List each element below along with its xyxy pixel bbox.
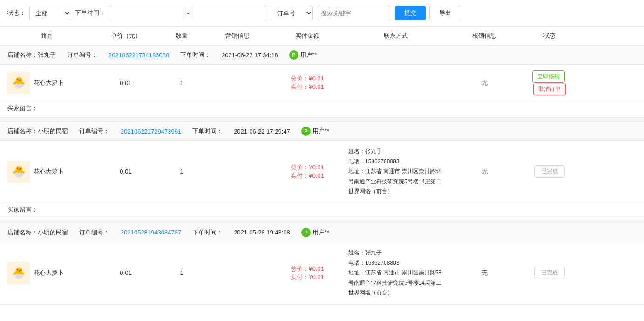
actual-label-2: 实付：¥0.01 [270, 172, 345, 180]
order-block-2: 店铺名称：小明的民宿 订单编号：202106221729473991 下单时间：… [0, 121, 644, 219]
date-start-input[interactable] [109, 6, 183, 20]
price-3: 0.01 [93, 269, 158, 276]
product-cell-2: 🐣 花心大萝卜 [0, 160, 93, 183]
col-contact: 联系方式 [345, 32, 447, 40]
actual-label-1: 实付：¥0.01 [270, 83, 345, 91]
status-select[interactable]: 全部 待付款 待发货 已发货 已完成 已取消 [29, 6, 71, 20]
contact-3: 姓名：张丸子 电话：15862708803 地址：江苏省 南通市 崇川区崇川路5… [345, 248, 447, 298]
contact-name-3: 姓名：张丸子 [348, 248, 443, 258]
order-info-row-3: 店铺名称：小明的民宿 订单编号：202105281943084787 下单时间：… [0, 223, 644, 242]
user-tag-3: P 用户** [301, 228, 329, 237]
product-cell-3: 🐣 花心大萝卜 [0, 262, 93, 284]
completed-button-2: 已完成 [534, 165, 565, 178]
order-time-label: 下单时间： [75, 9, 105, 17]
user-icon-1: P [289, 50, 298, 60]
amount-1: 总价：¥0.01 实付：¥0.01 [270, 74, 345, 91]
status-2: 已完成 [522, 165, 577, 178]
verify-1: 无 [447, 79, 522, 87]
order-time-3: 2021-05-28 19:43:08 [234, 229, 290, 236]
keyword-input[interactable] [317, 6, 391, 20]
qty-3: 1 [158, 269, 205, 276]
store-name-2: 店铺名称：小明的民宿 [7, 127, 68, 135]
buyer-remark-1: 买家留言： [0, 101, 644, 117]
order-time-label-3: 下单时间： [192, 228, 223, 237]
status-3: 已完成 [522, 267, 577, 279]
col-status: 状态 [522, 32, 577, 40]
table-header: 商品 单价（元） 数量 营销信息 实付金额 联系方式 核销信息 状态 [0, 27, 644, 45]
status-label: 状态： [7, 9, 26, 17]
user-icon-3: P [301, 228, 311, 237]
order-block-1: 店铺名称：张丸子 订单编号：202106221734186088 下单时间：20… [0, 45, 644, 118]
product-name-2: 花心大萝卜 [34, 167, 64, 176]
order-info-row-1: 店铺名称：张丸子 订单编号：202106221734186088 下单时间：20… [0, 45, 644, 65]
contact-phone-3: 电话：15862708803 [348, 258, 443, 268]
date-end-input[interactable] [193, 6, 267, 20]
user-name-2: 用户** [312, 127, 329, 135]
order-id-1[interactable]: 202106221734186088 [108, 52, 169, 59]
user-name-1: 用户** [300, 51, 317, 59]
verify-button-1[interactable]: 立即核销 [532, 70, 565, 83]
product-avatar-2: 🐣 [7, 160, 30, 183]
total-label-2: 总价：¥0.01 [270, 163, 345, 172]
order-block-3: 店铺名称：小明的民宿 订单编号：202105281943084787 下单时间：… [0, 223, 644, 305]
export-button[interactable]: 导出 [429, 6, 461, 20]
buyer-remark-2: 买家留言： [0, 203, 644, 219]
spacer-1 [0, 118, 644, 121]
toolbar: 状态： 全部 待付款 待发货 已发货 已完成 已取消 下单时间： - 订单号 商… [0, 0, 644, 27]
store-name-3: 店铺名称：小明的民宿 [7, 228, 68, 237]
store-name-1: 店铺名称：张丸子 [7, 51, 56, 59]
order-id-label-1: 订单编号： [67, 51, 97, 59]
price-1: 0.01 [93, 80, 158, 87]
contact-address-3: 地址：江苏省 南通市 崇川区崇川路58号南通产业科技研究院5号楼14层第二世界网… [348, 268, 443, 298]
col-verify: 核销信息 [447, 32, 522, 40]
amount-2: 总价：¥0.01 实付：¥0.01 [270, 163, 345, 180]
order-id-label-2: 订单编号： [79, 127, 109, 135]
user-tag-1: P 用户** [289, 50, 317, 60]
col-actual-amount: 实付金额 [270, 32, 345, 40]
order-item-row-3: 🐣 花心大萝卜 0.01 1 总价：¥0.01 实付：¥0.01 姓名：张丸子 … [0, 242, 644, 304]
order-id-3[interactable]: 202105281943084787 [121, 229, 181, 236]
order-info-row-2: 店铺名称：小明的民宿 订单编号：202106221729473991 下单时间：… [0, 121, 644, 141]
col-marketing: 营销信息 [205, 32, 270, 40]
product-cell-1: 🐣 花心大萝卜 [0, 72, 93, 94]
user-tag-2: P 用户** [301, 127, 329, 136]
user-name-3: 用户** [312, 228, 329, 237]
total-label-3: 总价：¥0.01 [270, 265, 345, 273]
verify-2: 无 [447, 167, 522, 176]
date-dash: - [187, 10, 189, 17]
verify-3: 无 [447, 269, 522, 277]
status-1: 立即核销 取消订单 [522, 70, 577, 95]
spacer-2 [0, 219, 644, 223]
qty-2: 1 [158, 168, 205, 175]
col-product: 商品 [0, 32, 93, 40]
product-avatar-1: 🐣 [7, 72, 30, 94]
order-id-label-3: 订单编号： [79, 228, 109, 237]
price-2: 0.01 [93, 168, 158, 175]
contact-address-2: 地址：江苏省 南通市 崇川区崇川路58号南通产业科技研究院5号楼14层第二世界网… [348, 167, 443, 197]
submit-button[interactable]: 提交 [395, 6, 426, 20]
order-time-label-1: 下单时间： [180, 51, 210, 59]
order-time-1: 2021-06-22 17:34:18 [222, 52, 278, 59]
product-name-1: 花心大萝卜 [34, 79, 64, 87]
actual-label-3: 实付：¥0.01 [270, 273, 345, 281]
product-avatar-3: 🐣 [7, 262, 30, 284]
contact-name-2: 姓名：张丸子 [348, 147, 443, 157]
completed-button-3: 已完成 [534, 267, 565, 279]
contact-phone-2: 电话：15862708803 [348, 157, 443, 167]
contact-2: 姓名：张丸子 电话：15862708803 地址：江苏省 南通市 崇川区崇川路5… [345, 147, 447, 197]
order-time-2: 2021-06-22 17:29:47 [234, 128, 290, 135]
total-label-1: 总价：¥0.01 [270, 74, 345, 83]
order-item-row-2: 🐣 花心大萝卜 0.01 1 总价：¥0.01 实付：¥0.01 姓名：张丸子 … [0, 141, 644, 203]
qty-1: 1 [158, 80, 205, 87]
col-price: 单价（元） [93, 32, 158, 40]
user-icon-2: P [301, 127, 311, 136]
order-time-label-2: 下单时间： [192, 127, 223, 135]
amount-3: 总价：¥0.01 实付：¥0.01 [270, 265, 345, 281]
order-item-row-1: 🐣 花心大萝卜 0.01 1 总价：¥0.01 实付：¥0.01 无 立即核销 … [0, 65, 644, 101]
col-quantity: 数量 [158, 32, 205, 40]
order-type-select[interactable]: 订单号 商品名称 用户手机 [271, 6, 313, 20]
order-id-2[interactable]: 202106221729473991 [121, 128, 181, 135]
cancel-order-button-1[interactable]: 取消订单 [533, 83, 566, 95]
product-name-3: 花心大萝卜 [34, 269, 64, 277]
